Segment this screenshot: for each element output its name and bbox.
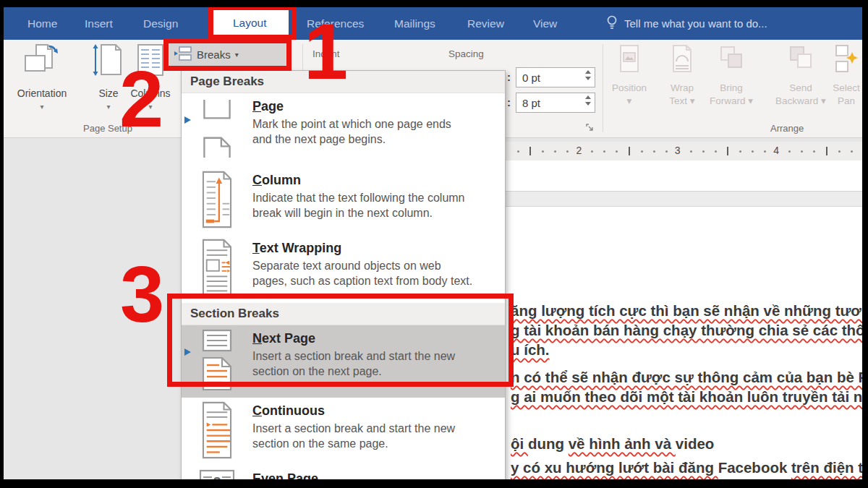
select-pan-button[interactable]: SelectPan (820, 44, 868, 134)
ruler-dot (752, 150, 754, 153)
spacing-after-colon: : (507, 96, 511, 108)
spacing-before-stepper[interactable] (585, 70, 591, 80)
chevron-down-icon: ▾ (40, 103, 43, 111)
button-label: Orientation (17, 87, 67, 99)
annotation-step-2: 2 (119, 68, 163, 130)
stepper-up-icon[interactable] (585, 95, 591, 99)
menu-item-text: PageMark the point at which one page end… (252, 97, 498, 163)
annotation-step-1: 1 (304, 20, 348, 82)
menu-item-icon-cell (182, 239, 252, 299)
text: dung (528, 435, 569, 452)
ruler-dot (554, 150, 556, 153)
spacing-before-colon: : (507, 71, 511, 83)
ruler-dot (788, 150, 791, 153)
ruler-dot (665, 150, 668, 153)
page-gray-band (477, 191, 862, 207)
frame-border (0, 0, 4, 488)
position-button[interactable]: Position▾ (601, 44, 658, 134)
ruler-dot (542, 150, 544, 153)
menu-item-text: ContinuousInsert a section break and sta… (252, 401, 498, 462)
annotation-box-next-page (167, 294, 514, 387)
menu-item-text-wrapping[interactable]: Text WrappingSeparate text around object… (182, 235, 505, 303)
send-backward-icon (788, 44, 814, 79)
ruler-tick (727, 147, 728, 155)
menu-item-page[interactable]: PageMark the point at which one page end… (182, 93, 505, 167)
spacing-after-stepper[interactable] (585, 95, 591, 106)
ruler-dot (517, 150, 519, 153)
ruler-dot (566, 150, 569, 153)
ruler-number: 3 (675, 145, 681, 156)
document-text-line: y có xu hướng lướt bài đăng Facebook trê… (511, 459, 862, 476)
wrap-text-icon (669, 44, 695, 79)
column-break-icon (198, 171, 236, 231)
menu-item-title: Text Wrapping (252, 241, 498, 256)
ruler-tick (529, 147, 531, 155)
ruler-dot (813, 150, 815, 153)
spacing-before-input[interactable]: 0 pt (516, 67, 595, 87)
ruler-dot (616, 150, 618, 153)
word-window: HomeInsertDesignLayoutReferencesMailings… (0, 0, 868, 488)
annotation-box-layout-tab (208, 5, 297, 40)
selected-item-pointer-icon (184, 116, 191, 124)
continuous-icon (198, 401, 236, 462)
tell-me-box[interactable]: Tell me what you want to do... (606, 7, 767, 40)
button-label: BringForward ▾ (710, 82, 753, 107)
tab-mailings[interactable]: Mailings (394, 7, 435, 40)
document-text-line: g ai muốn theo dõi một tài khoản luôn tr… (511, 388, 862, 406)
tab-home[interactable]: Home (27, 7, 57, 40)
document-page: ăng lượng tích cực thì bạn sẽ nhận về nh… (477, 160, 862, 480)
orientation-icon (23, 43, 61, 86)
menu-item-continuous[interactable]: ContinuousInsert a section break and sta… (182, 398, 505, 466)
tab-design[interactable]: Design (143, 7, 178, 40)
frame-border (862, 0, 868, 488)
menu-item-description: Insert a section break and start the new… (252, 421, 498, 452)
misspelled-text: n có thể sẽ nhận được sự thông cảm của b… (511, 369, 862, 385)
stepper-down-icon[interactable] (585, 102, 591, 106)
button-label: Size (98, 87, 118, 99)
horizontal-ruler[interactable]: 234 (477, 142, 862, 161)
tell-me-label: Tell me what you want to do... (624, 17, 767, 30)
misspelled-text: g ai muốn theo dõi một tài khoản luôn tr… (511, 388, 862, 405)
ruler-tick (629, 147, 630, 155)
ruler-dot (838, 150, 841, 153)
chevron-down-icon: ▾ (106, 103, 110, 111)
misspelled-text: ăng lượng tích cực thì bạn sẽ nhận về nh… (511, 302, 862, 319)
ruler-dot (739, 150, 741, 153)
spacing-after-input[interactable]: 8 pt (516, 93, 595, 113)
annotation-step-3: 3 (120, 263, 164, 325)
document-text-line: ăng lượng tích cực thì bạn sẽ nhận về nh… (511, 302, 862, 320)
ribbon-tab-bar: HomeInsertDesignLayoutReferencesMailings… (4, 7, 862, 40)
button-label: WrapText ▾ (669, 82, 694, 107)
orientation-button[interactable]: Orientation▾ (9, 43, 75, 111)
menu-item-text: Text WrappingSeparate text around object… (252, 239, 498, 299)
menu-item-title: Continuous (252, 403, 498, 419)
tab-insert[interactable]: Insert (85, 7, 113, 40)
document-text-line: u ích. (511, 341, 550, 359)
arrange-group-label: Arrange (770, 123, 804, 134)
menu-item-icon-cell (182, 97, 252, 163)
annotation-box-breaks-button (163, 38, 292, 71)
misspelled-text: u ích. (511, 341, 550, 358)
paragraph-dialog-launcher-icon[interactable] (586, 122, 595, 135)
frame-border (0, 0, 868, 7)
menu-item-column[interactable]: ColumnIndicate that the text following t… (182, 167, 505, 235)
ruler-dot (851, 150, 853, 153)
stepper-up-icon[interactable] (585, 70, 591, 74)
text: video (676, 435, 715, 452)
menu-item-text: ColumnIndicate that the text following t… (252, 171, 498, 231)
menu-item-description: Separate text around objects on webpages… (252, 258, 498, 289)
ruler-dot (690, 150, 692, 153)
button-label: Position▾ (612, 82, 647, 107)
bring-forward-button[interactable]: BringForward ▾ (699, 44, 764, 134)
ruler-tick (826, 147, 827, 155)
page-break-icon (198, 97, 236, 163)
bring-forward-icon (718, 44, 744, 79)
menu-item-title: Page (252, 99, 498, 114)
button-label: SelectPan (833, 82, 860, 107)
tab-view[interactable]: View (533, 7, 557, 40)
tab-review[interactable]: Review (467, 7, 504, 40)
stepper-down-icon[interactable] (585, 77, 591, 80)
ruler-dot (702, 150, 705, 153)
ruler-dot (801, 150, 803, 153)
breaks-menu: Page BreaksPageMark the point at which o… (181, 70, 506, 488)
